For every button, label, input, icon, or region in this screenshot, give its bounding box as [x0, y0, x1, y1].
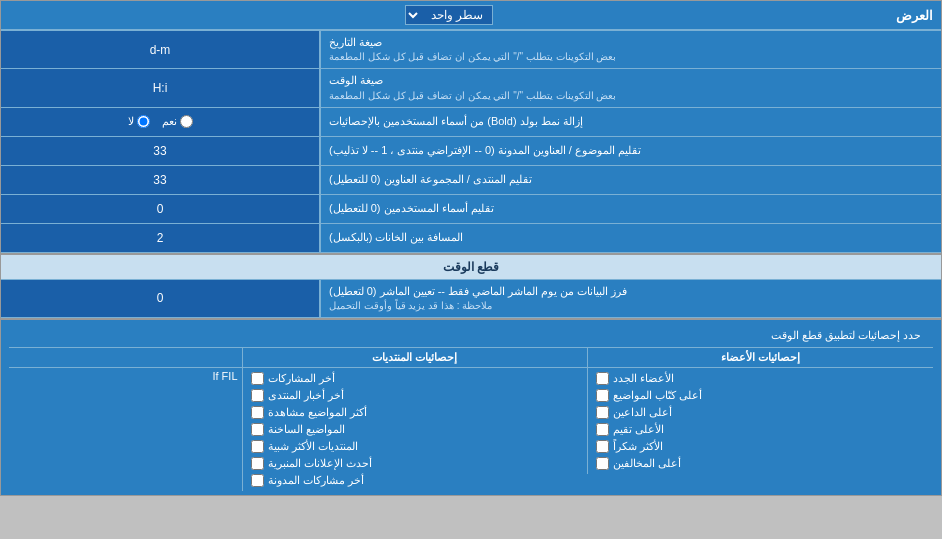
checkbox-columns: الأعضاء الجدد أعلى كتّاب المواضيع أعلى ا… [9, 368, 933, 491]
checkbox-members-5[interactable] [596, 457, 609, 470]
cut-time-label: فرز البيانات من يوم الماشر الماضي فقط --… [321, 280, 941, 317]
col-header-forums: إحصائيات المنتديات [242, 348, 588, 367]
forum-title-input-cell [1, 166, 321, 194]
column-spacing-row: المسافة بين الخانات (بالبكسل) [1, 224, 941, 253]
topic-subject-input[interactable] [7, 144, 313, 158]
column-spacing-input[interactable] [7, 231, 313, 245]
checkbox-members-4[interactable] [596, 440, 609, 453]
cut-section-header: قطع الوقت [1, 253, 941, 280]
checkbox-headers: إحصائيات الأعضاء إحصائيات المنتديات [9, 348, 933, 368]
topic-subject-input-cell [1, 137, 321, 165]
limit-label-row: حدد إحصائيات لتطبيق قطع الوقت [9, 324, 933, 348]
checkbox-forums-2[interactable] [251, 406, 264, 419]
column-spacing-input-cell [1, 224, 321, 252]
checkbox-members-0[interactable] [596, 372, 609, 385]
checkbox-col-forums: أخر المشاركات أخر أخبار المنتدى أكثر الم… [242, 368, 588, 491]
time-format-input[interactable] [7, 81, 313, 95]
bold-remove-row: إزالة نمط بولد (Bold) من أسماء المستخدمي… [1, 108, 941, 137]
checkbox-item: أكثر المواضيع مشاهدة [247, 404, 584, 421]
checkbox-members-3[interactable] [596, 423, 609, 436]
topic-subject-label: تقليم الموضوع / العناوين المدونة (0 -- ا… [321, 137, 941, 165]
checkbox-item: أخر أخبار المنتدى [247, 387, 584, 404]
date-format-row: صيغة التاريخ بعض التكوينات يتطلب "/" الت… [1, 31, 941, 69]
radio-no[interactable] [137, 115, 150, 128]
checkbox-item: أحدث الإعلانات المنبرية [247, 455, 584, 472]
checkbox-item: الأعضاء الجدد [592, 370, 929, 387]
checkbox-item: أعلى كتّاب المواضيع [592, 387, 929, 404]
radio-no-label[interactable]: لا [128, 115, 150, 128]
forum-title-input[interactable] [7, 173, 313, 187]
checkbox-forums-6[interactable] [251, 474, 264, 487]
checkboxes-section: حدد إحصائيات لتطبيق قطع الوقت إحصائيات ا… [1, 318, 941, 495]
username-trim-row: تقليم أسماء المستخدمين (0 للتعطيل) [1, 195, 941, 224]
checkbox-col-note: If FIL [9, 368, 242, 384]
header-label: العرض [896, 8, 933, 23]
forum-title-row: تقليم المنتدى / المجموعة العناوين (0 للت… [1, 166, 941, 195]
header-row: العرض سطر واحدسطر متعدد [1, 1, 941, 31]
checkbox-item: أعلى الداعين [592, 404, 929, 421]
cut-time-input-cell [1, 280, 321, 317]
checkbox-forums-3[interactable] [251, 423, 264, 436]
main-container: العرض سطر واحدسطر متعدد صيغة التاريخ بعض… [0, 0, 942, 496]
limit-label: حدد إحصائيات لتطبيق قطع الوقت [655, 326, 933, 345]
checkbox-col-members: الأعضاء الجدد أعلى كتّاب المواضيع أعلى ا… [587, 368, 933, 474]
time-format-input-cell [1, 69, 321, 106]
date-format-label: صيغة التاريخ بعض التكوينات يتطلب "/" الت… [321, 31, 941, 68]
time-format-label: صيغة الوقت بعض التكوينات يتطلب "/" التي … [321, 69, 941, 106]
checkbox-forums-4[interactable] [251, 440, 264, 453]
checkbox-members-1[interactable] [596, 389, 609, 402]
cut-time-row: فرز البيانات من يوم الماشر الماضي فقط --… [1, 280, 941, 318]
date-format-input-cell [1, 31, 321, 68]
radio-yes[interactable] [180, 115, 193, 128]
checkbox-members-2[interactable] [596, 406, 609, 419]
col-header-extra [9, 348, 242, 367]
topic-subject-row: تقليم الموضوع / العناوين المدونة (0 -- ا… [1, 137, 941, 166]
checkbox-item: أخر المشاركات [247, 370, 584, 387]
checkbox-forums-1[interactable] [251, 389, 264, 402]
checkbox-item: المواضيع الساخنة [247, 421, 584, 438]
username-trim-input-cell [1, 195, 321, 223]
display-select[interactable]: سطر واحدسطر متعدد [405, 5, 493, 25]
checkbox-forums-0[interactable] [251, 372, 264, 385]
radio-yes-label[interactable]: نعم [162, 115, 193, 128]
username-trim-label: تقليم أسماء المستخدمين (0 للتعطيل) [321, 195, 941, 223]
checkbox-item: الأعلى تقيم [592, 421, 929, 438]
date-format-input[interactable] [7, 43, 313, 57]
time-format-row: صيغة الوقت بعض التكوينات يتطلب "/" التي … [1, 69, 941, 107]
checkbox-item: المنتديات الأكثر شبية [247, 438, 584, 455]
col-header-members: إحصائيات الأعضاء [587, 348, 933, 367]
column-spacing-label: المسافة بين الخانات (بالبكسل) [321, 224, 941, 252]
checkbox-item: أخر مشاركات المدونة [247, 472, 584, 489]
checkbox-item: الأكثر شكراً [592, 438, 929, 455]
username-trim-input[interactable] [7, 202, 313, 216]
cut-time-input[interactable] [7, 291, 313, 305]
bold-remove-label: إزالة نمط بولد (Bold) من أسماء المستخدمي… [321, 108, 941, 136]
bold-remove-radio-cell: نعم لا [1, 108, 321, 136]
checkbox-forums-5[interactable] [251, 457, 264, 470]
checkbox-item: أعلى المخالفين [592, 455, 929, 472]
forum-title-label: تقليم المنتدى / المجموعة العناوين (0 للت… [321, 166, 941, 194]
